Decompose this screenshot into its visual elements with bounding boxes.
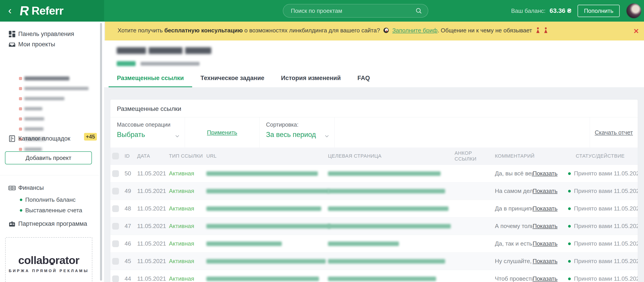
row-show-link[interactable]: Показать	[532, 258, 558, 265]
row-target-blurred[interactable]	[328, 224, 451, 229]
back-chevron-icon[interactable]: ‹	[5, 5, 15, 16]
status-dot-icon	[568, 225, 571, 228]
breadcrumb-current-blurred	[140, 62, 200, 66]
add-project-button[interactable]: Добавить проект	[5, 151, 92, 164]
dashboard-icon	[8, 31, 16, 37]
row-url-blurred[interactable]	[206, 277, 319, 281]
row-show-link[interactable]: Показать	[532, 275, 558, 282]
sidebar-item-catalog[interactable]: Каталог площадок +45	[0, 133, 99, 144]
row-target-blurred[interactable]	[328, 259, 445, 264]
tab-1[interactable]: Техническое задание	[192, 70, 272, 87]
sidebar-project-item[interactable]	[0, 73, 99, 83]
banner-brief-link[interactable]: Заполните бриф	[392, 27, 438, 34]
sidebar-scrollbar[interactable]	[100, 23, 102, 281]
table-row: 50 11.05.2021 Активная Да, вы всё верн..…	[110, 165, 638, 182]
row-checkbox[interactable]	[112, 240, 119, 247]
row-target-blurred[interactable]	[328, 206, 448, 211]
search-icon[interactable]	[415, 7, 422, 14]
row-show-link[interactable]: Показать	[532, 240, 558, 247]
download-report-link[interactable]: Скачать отчет	[595, 129, 633, 136]
green-dot-icon	[20, 209, 22, 212]
table-row: 48 11.05.2021 Активная Да в принципе к..…	[110, 200, 638, 217]
sidebar-item-finance[interactable]: Финансы	[0, 183, 99, 193]
app-root: ‹ R Referr Ваш баланс: 63.36 ₴ Пополнить…	[0, 0, 644, 282]
search-input[interactable]	[283, 7, 415, 14]
chevron-down-icon[interactable]	[175, 135, 179, 138]
sidebar: Панель управления Мои проекты Каталог пл…	[0, 22, 104, 282]
chevron-down-icon[interactable]	[325, 135, 329, 138]
card-title: Размещенные ссылки	[110, 100, 638, 117]
row-checkbox[interactable]	[112, 258, 119, 265]
page-content: Размещенные ссылки Массовые операции Выб…	[104, 87, 644, 282]
finance-submenu-item[interactable]: Выставленные счета	[0, 205, 99, 216]
sidebar-item-dashboard[interactable]: Панель управления	[0, 29, 99, 39]
apply-link[interactable]: Применить	[207, 129, 237, 136]
row-comment: На самом деле ...	[495, 188, 532, 194]
tab-3[interactable]: FAQ	[349, 70, 378, 87]
sidebar-project-item[interactable]	[0, 114, 99, 124]
user-avatar[interactable]	[626, 3, 641, 18]
row-target-blurred[interactable]	[328, 171, 440, 176]
project-dot-icon	[19, 97, 22, 100]
row-url-blurred[interactable]	[206, 224, 330, 229]
row-checkbox[interactable]	[112, 188, 119, 194]
row-url-blurred[interactable]	[206, 171, 318, 176]
row-date: 11.05.2021	[135, 275, 167, 282]
row-checkbox[interactable]	[112, 276, 119, 282]
project-dot-icon	[19, 117, 22, 121]
status-dot-icon	[568, 260, 571, 263]
logo-r-icon: R	[19, 3, 30, 18]
row-checkbox[interactable]	[112, 170, 119, 177]
row-show-link[interactable]: Показать	[532, 170, 558, 177]
app-logo[interactable]: R Referr	[20, 3, 63, 18]
col-comment: КОММЕНТАРИЙ	[493, 153, 567, 159]
row-url-blurred[interactable]	[206, 206, 321, 211]
col-url: URL	[204, 153, 326, 159]
row-url-blurred[interactable]	[206, 259, 326, 264]
row-id: 50	[122, 170, 135, 177]
sidebar-project-item[interactable]	[0, 94, 99, 104]
sort-label: Сортировка:	[266, 122, 334, 128]
project-dot-icon	[19, 148, 22, 151]
row-target-blurred[interactable]	[328, 277, 436, 281]
collaborator-ad[interactable]: collaborator БИРЖА ПРЯМОЙ РЕКЛАМЫ	[5, 237, 92, 282]
sidebar-project-item[interactable]	[0, 104, 99, 114]
sidebar-project-item[interactable]	[0, 124, 99, 134]
tab-2[interactable]: История изменений	[273, 70, 349, 87]
row-id: 49	[122, 188, 135, 194]
table-row: 44 11.05.2021 Активная Чтоб провести к..…	[110, 270, 638, 282]
row-checkbox[interactable]	[112, 223, 119, 230]
sort-select[interactable]: За весь период	[266, 131, 334, 139]
person-emoji-icon	[535, 27, 541, 35]
row-show-link[interactable]: Показать	[532, 188, 558, 194]
select-all-checkbox[interactable]	[112, 153, 119, 159]
bulk-operations-select[interactable]: Выбрать	[117, 131, 185, 139]
finance-submenu: Пополнить балансВыставленные счета	[0, 194, 99, 216]
col-anchor: АНКОР ССЫЛКИ	[452, 150, 493, 162]
bulk-operations-label: Массовые операции	[117, 122, 185, 128]
project-dot-icon	[19, 107, 22, 110]
row-url-blurred[interactable]	[206, 242, 282, 246]
row-show-link[interactable]: Показать	[532, 205, 558, 212]
balance-value: 63.36 ₴	[550, 7, 572, 14]
row-target-blurred[interactable]	[328, 242, 399, 246]
table-row: 49 11.05.2021 Активная На самом деле ...…	[110, 182, 638, 200]
banner-close-icon[interactable]: ✕	[632, 26, 641, 36]
sidebar-project-item[interactable]	[0, 83, 99, 94]
row-target-blurred[interactable]	[328, 189, 445, 193]
top-bar: ‹ R Referr Ваш баланс: 63.36 ₴ Пополнить	[0, 0, 644, 22]
sidebar-item-partner[interactable]: Партнерская программа	[0, 219, 99, 229]
tab-0[interactable]: Размещенные ссылки	[108, 70, 192, 87]
topup-button[interactable]: Пополнить	[578, 5, 620, 17]
col-id: ID	[122, 153, 135, 159]
sidebar-item-my-projects[interactable]: Мои проекты	[0, 39, 99, 49]
catalog-icon	[8, 135, 16, 142]
finance-submenu-item[interactable]: Пополнить баланс	[0, 194, 99, 205]
row-checkbox[interactable]	[112, 205, 119, 212]
row-id: 48	[122, 205, 135, 212]
breadcrumb-home-blurred[interactable]	[117, 61, 136, 66]
row-show-link[interactable]: Показать	[532, 223, 558, 230]
project-dot-icon	[19, 77, 22, 80]
project-search[interactable]	[283, 4, 428, 17]
row-url-blurred[interactable]	[206, 189, 329, 193]
